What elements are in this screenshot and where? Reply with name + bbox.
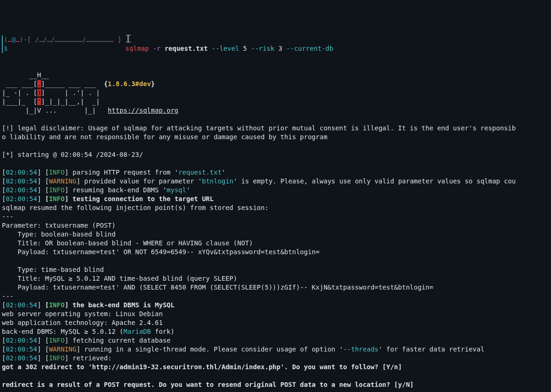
repost-prompt[interactable]: redirect is a result of a POST request. … [2, 381, 414, 388]
level-warning: WARNING [49, 345, 76, 353]
level-info: INFO [49, 195, 65, 203]
disclaimer-text: [!] legal disclaimer: Usage of sqlmap fo… [2, 124, 516, 141]
level-info: INFO [49, 337, 65, 344]
tech-text: web application technology: Apache 2.4.6… [2, 319, 163, 326]
msg-resume: sqlmap resumed the following injection p… [2, 204, 269, 211]
timestamp: 02:00:54 [6, 169, 37, 176]
timestamp: 02:00:54 [6, 354, 37, 362]
cmd-flag: --risk [251, 45, 275, 52]
redirect-prompt[interactable]: got a 302 redirect to 'http://admin19-32… [2, 363, 402, 371]
starting-text: [*] starting @ 02:00:54 /2024-08-23/ [2, 151, 143, 158]
cmd-arg: request.txt [165, 45, 208, 52]
msg-testing: testing connection to the target URL [73, 195, 214, 203]
text-cursor-icon [128, 35, 129, 42]
sqlmap-url-link[interactable]: https://sqlmap.org [108, 107, 179, 114]
cmd-prog: sqlmap [125, 45, 149, 52]
cmd-flag: --current-db [286, 45, 333, 52]
prompt-dollar: $ [4, 45, 7, 52]
level-info: INFO [49, 301, 65, 309]
cmd-flag: --level [212, 45, 239, 52]
cmd-val: 3 [278, 45, 282, 52]
timestamp: 02:00:54 [6, 301, 37, 309]
level-warning: WARNING [49, 177, 76, 185]
timestamp: 02:00:54 [6, 345, 37, 353]
timestamp: 02:00:54 [6, 195, 37, 203]
param-block: Parameter: txtusername (POST) [2, 222, 115, 229]
prompt-line1: (…@…) [4, 36, 23, 43]
level-info: INFO [49, 186, 65, 194]
prompt-path: -[ /…/…/…………………/………………… ] [23, 36, 121, 43]
level-info: INFO [49, 354, 65, 362]
cmd-flag: -r [153, 45, 161, 52]
dbms-text: back-end DBMS: MySQL ≥ 5.0.12 (MariaDB f… [2, 328, 175, 335]
msg-backend: the back-end DBMS is MySQL [73, 301, 175, 309]
level-info: INFO [49, 169, 65, 176]
timestamp: 02:00:54 [6, 177, 37, 185]
terminal[interactable]: (…@…)-[ /…/…/…………………/………………… ] $ sqlmap … [2, 35, 549, 392]
os-text: web server operating system: Linux Debia… [2, 310, 163, 318]
sqlmap-ascii: __H__ ___ ___[.]_____ ___ ___ {1.8.6.3#d… [2, 71, 178, 114]
cmd-val: 5 [243, 45, 247, 52]
timestamp: 02:00:54 [6, 337, 37, 344]
timestamp: 02:00:54 [6, 186, 37, 194]
